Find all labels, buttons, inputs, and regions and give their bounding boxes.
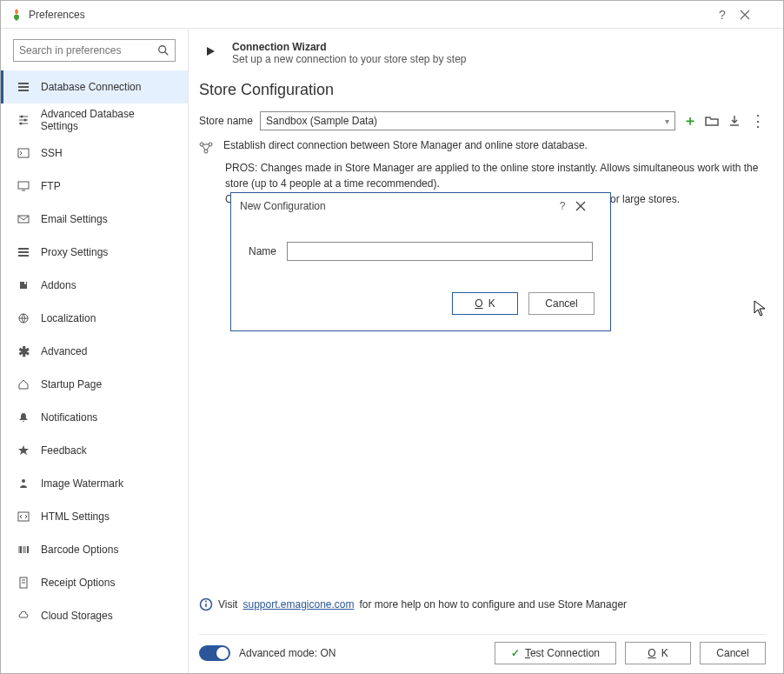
- dialog-footer: OK Cancel: [231, 270, 610, 330]
- sidebar-item-label: HTML Settings: [41, 511, 110, 523]
- svg-point-30: [200, 143, 203, 146]
- dialog-close-button[interactable]: [575, 201, 601, 211]
- sidebar-item-html[interactable]: HTML Settings: [1, 500, 188, 533]
- help-prefix: Visit: [218, 598, 237, 611]
- close-button[interactable]: [740, 10, 774, 20]
- svg-rect-2: [18, 83, 29, 84]
- connection-icon: [199, 141, 213, 155]
- search-input[interactable]: [19, 44, 157, 57]
- sidebar-item-barcode[interactable]: Barcode Options: [1, 533, 188, 566]
- help-button[interactable]: ?: [705, 8, 740, 22]
- wizard-text: Connection Wizard Set up a new connectio…: [232, 41, 467, 65]
- section-title: Store Configuration: [199, 81, 766, 99]
- chevron-down-icon: ▾: [665, 117, 669, 126]
- advanced-mode-label: Advanced mode: ON: [239, 647, 486, 659]
- cloud-icon: [17, 609, 30, 623]
- sidebar-item-label: Advanced Database Settings: [41, 108, 172, 132]
- titlebar: Preferences ?: [1, 1, 783, 29]
- sidebar-item-startup[interactable]: Startup Page: [1, 368, 188, 401]
- svg-line-35: [207, 146, 209, 150]
- sidebar-item-cloud[interactable]: Cloud Storages: [1, 599, 188, 632]
- more-button[interactable]: ⋮: [750, 117, 766, 125]
- description-row: Establish direct connection between Stor…: [199, 139, 766, 155]
- sidebar-item-label: Email Settings: [41, 213, 108, 225]
- info-icon: [199, 597, 213, 611]
- sidebar-item-ssh[interactable]: SSH: [1, 137, 188, 170]
- main-layout: Database Connection Advanced Database Se…: [1, 29, 783, 673]
- dialog-cancel-button[interactable]: Cancel: [528, 292, 595, 315]
- svg-point-38: [205, 601, 207, 603]
- help-link[interactable]: support.emagicone.com: [243, 598, 354, 611]
- sidebar-item-notifications[interactable]: Notifications: [1, 401, 188, 434]
- connection-wizard-row[interactable]: Connection Wizard Set up a new connectio…: [199, 41, 766, 65]
- sliders-icon: [17, 113, 30, 127]
- open-folder-button[interactable]: [705, 114, 721, 128]
- sidebar-item-receipt[interactable]: Receipt Options: [1, 566, 188, 599]
- svg-point-10: [19, 123, 22, 125]
- sidebar-item-advanced-database[interactable]: Advanced Database Settings: [1, 103, 188, 137]
- search-input-wrap[interactable]: [13, 39, 176, 62]
- svg-rect-12: [18, 182, 29, 189]
- sidebar-item-label: Cloud Storages: [41, 610, 113, 622]
- sidebar-item-label: Database Connection: [41, 81, 141, 93]
- bell-icon: [17, 410, 30, 424]
- dialog-ok-button[interactable]: OK: [452, 292, 518, 315]
- sidebar-item-watermark[interactable]: Image Watermark: [1, 467, 188, 500]
- add-store-button[interactable]: ＋: [682, 112, 698, 130]
- sidebar: Database Connection Advanced Database Se…: [1, 29, 189, 673]
- asterisk-icon: ✱: [17, 344, 30, 358]
- receipt-icon: [17, 576, 30, 590]
- sidebar-item-ftp[interactable]: FTP: [1, 170, 188, 203]
- star-icon: [17, 444, 30, 457]
- code-icon: [17, 510, 30, 524]
- store-name-select[interactable]: Sandbox (Sample Data) ▾: [260, 111, 675, 130]
- download-button[interactable]: [728, 114, 743, 128]
- terminal-icon: [17, 146, 30, 160]
- svg-rect-15: [18, 248, 29, 250]
- window-title: Preferences: [29, 9, 705, 21]
- sidebar-item-label: Image Watermark: [41, 477, 123, 490]
- sidebar-item-email[interactable]: Email Settings: [1, 203, 188, 236]
- sidebar-item-feedback[interactable]: Feedback: [1, 434, 188, 467]
- person-icon: [17, 477, 30, 490]
- play-icon: [204, 45, 222, 57]
- content-pane: Connection Wizard Set up a new connectio…: [189, 29, 783, 673]
- check-icon: ✓: [511, 647, 520, 659]
- svg-rect-11: [18, 149, 29, 157]
- svg-rect-17: [18, 255, 29, 257]
- svg-rect-3: [18, 86, 29, 88]
- sidebar-item-label: Feedback: [41, 444, 87, 457]
- cons-right-fragment: or large stores.: [610, 191, 680, 207]
- wizard-subtitle: Set up a new connection to your store st…: [232, 53, 467, 65]
- sidebar-item-addons[interactable]: Addons: [1, 269, 188, 302]
- sidebar-item-proxy[interactable]: Proxy Settings: [1, 236, 188, 269]
- mail-icon: [17, 212, 30, 226]
- svg-point-20: [22, 479, 25, 483]
- svg-point-8: [23, 119, 26, 122]
- sidebar-item-localization[interactable]: Localization: [1, 302, 188, 335]
- ok-button[interactable]: OK: [625, 642, 691, 664]
- globe-icon: [17, 311, 30, 325]
- sidebar-item-label: SSH: [41, 147, 63, 159]
- svg-line-1: [165, 52, 169, 56]
- store-name-value: Sandbox (Sample Data): [266, 115, 377, 127]
- sidebar-item-database-connection[interactable]: Database Connection: [1, 70, 188, 103]
- test-connection-button[interactable]: ✓ Test Connection: [495, 642, 616, 664]
- advanced-mode-toggle[interactable]: [199, 645, 230, 661]
- store-name-label: Store name: [199, 115, 253, 127]
- dialog-titlebar: New Configuration ?: [231, 193, 610, 219]
- pros-text: PROS: Changes made in Store Manager are …: [225, 160, 766, 191]
- dialog-body: Name: [231, 219, 610, 270]
- svg-rect-4: [18, 90, 29, 91]
- sidebar-item-advanced[interactable]: ✱ Advanced: [1, 335, 188, 368]
- sidebar-item-label: Notifications: [41, 411, 97, 424]
- sidebar-item-label: Addons: [41, 279, 76, 291]
- help-suffix: for more help on how to configure and us…: [360, 598, 628, 611]
- cancel-button[interactable]: Cancel: [700, 642, 766, 664]
- dialog-help-button[interactable]: ?: [549, 200, 575, 212]
- svg-line-34: [203, 146, 205, 150]
- svg-point-6: [20, 116, 23, 118]
- barcode-icon: [17, 543, 30, 557]
- name-input[interactable]: [287, 242, 593, 261]
- help-row: Visit support.emagicone.com for more hel…: [199, 597, 766, 611]
